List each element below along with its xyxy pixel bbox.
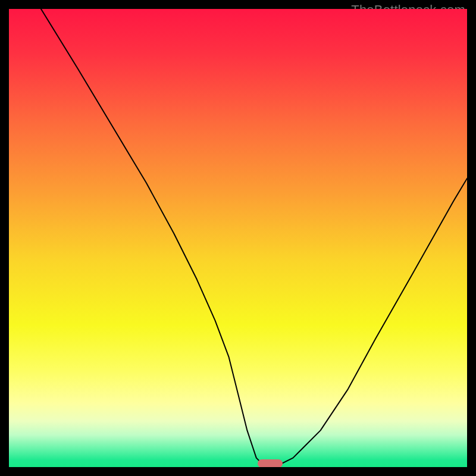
bottleneck-curve <box>9 9 467 467</box>
chart-canvas: TheBottleneck.com <box>0 0 476 476</box>
optimal-marker <box>258 459 283 467</box>
plot-area <box>9 9 467 467</box>
